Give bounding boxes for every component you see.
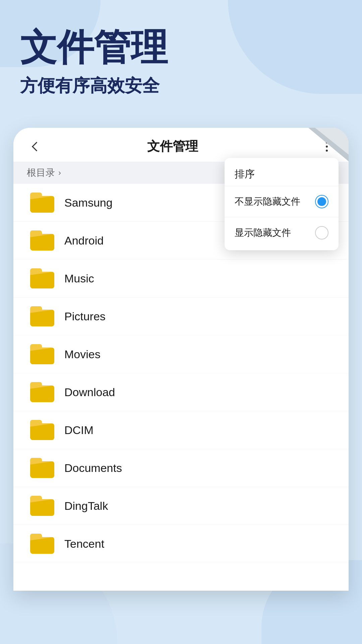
file-name: DCIM [64,424,94,437]
dropdown-divider-2 [225,217,339,217]
dropdown-divider-1 [225,186,339,186]
file-item[interactable]: Download [13,373,349,411]
folder-icon [30,458,54,478]
dropdown-item-hide-hidden-label: 不显示隐藏文件 [235,195,300,208]
folder-icon [30,230,54,251]
back-chevron-icon [32,142,41,151]
file-item[interactable]: Movies [13,335,349,373]
dot-icon-2 [326,146,328,148]
hero-subtitle: 方便有序高效安全 [20,74,342,98]
dropdown-item-show-hidden-label: 显示隐藏文件 [235,226,291,239]
dropdown-item-show-hidden[interactable]: 显示隐藏文件 [225,219,339,247]
dot-icon-3 [326,150,328,152]
breadcrumb-root: 根目录 [27,166,55,179]
radio-button-hide-hidden[interactable] [315,195,328,208]
file-item[interactable]: Tencent [13,525,349,563]
file-item[interactable]: DingTalk [13,487,349,525]
file-name: Documents [64,462,122,475]
folder-icon [30,382,54,402]
dropdown-menu: 排序 不显示隐藏文件 显示隐藏文件 [225,158,339,250]
radio-button-show-hidden[interactable] [315,226,328,239]
back-button[interactable] [27,138,44,155]
dropdown-item-hide-hidden[interactable]: 不显示隐藏文件 [225,187,339,216]
file-name: Music [64,272,94,285]
file-item[interactable]: Music [13,260,349,298]
file-name: Movies [64,348,101,361]
hero-section: 文件管理 方便有序高效安全 [0,0,362,128]
file-name: DingTalk [64,499,108,513]
phone-mockup: 文件管理 根目录 › Samsung Android [13,128,349,591]
dropdown-section-label: 排序 [225,161,339,184]
folder-icon [30,344,54,364]
file-item[interactable]: Documents [13,449,349,487]
file-item[interactable]: Pictures [13,298,349,335]
folder-icon [30,193,54,213]
file-item[interactable]: DCIM [13,411,349,449]
file-name: Samsung [64,196,113,209]
file-name: Download [64,386,115,399]
folder-icon [30,268,54,288]
folder-icon [30,496,54,516]
app-header: 文件管理 [13,128,349,162]
file-name: Android [64,234,104,247]
folder-icon [30,306,54,326]
app-header-title: 文件管理 [44,138,302,155]
folder-icon [30,534,54,554]
file-name: Tencent [64,537,104,550]
breadcrumb-arrow-icon: › [58,168,61,177]
folder-icon [30,420,54,440]
hero-title: 文件管理 [20,27,342,67]
file-name: Pictures [64,310,106,323]
radio-inner-selected [317,197,326,206]
